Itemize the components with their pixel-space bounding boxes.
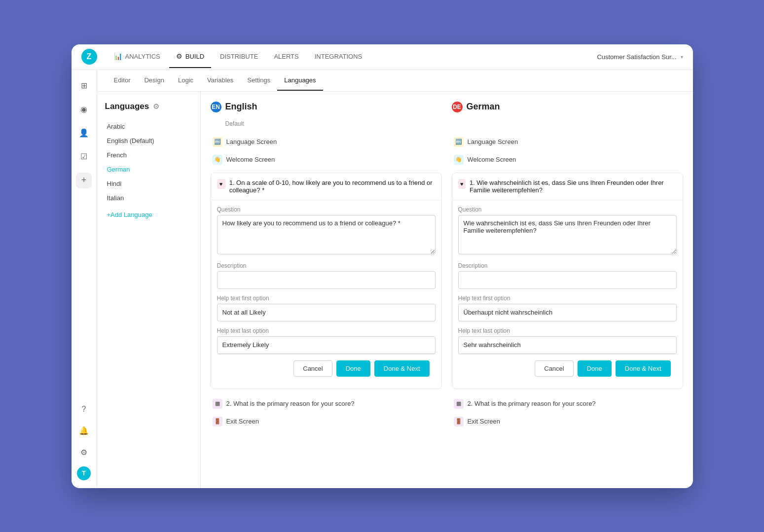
tab-editor[interactable]: Editor bbox=[107, 71, 138, 91]
lang-item-hindi[interactable]: Hindi bbox=[105, 177, 192, 191]
tab-alerts[interactable]: ALERTS bbox=[267, 46, 305, 68]
main-wrapper: Languages ⚙ Arabic English (Default) Fre… bbox=[97, 92, 693, 488]
german-question2[interactable]: ▦ 2. What is the primary reason for your… bbox=[452, 395, 683, 413]
de-done-next-button[interactable]: Done & Next bbox=[616, 360, 671, 377]
de-help-last-label: Help text last option bbox=[458, 327, 677, 334]
tab-languages[interactable]: Languages bbox=[277, 71, 323, 91]
en-help-last-label: Help text last option bbox=[217, 327, 436, 334]
de-exit-screen-icon: 🚪 bbox=[454, 417, 464, 426]
face-icon[interactable]: ◉ bbox=[76, 102, 92, 117]
de-description-input[interactable] bbox=[458, 271, 677, 289]
welcome-screen-label: Welcome Screen bbox=[226, 156, 275, 163]
lang-item-french[interactable]: French bbox=[105, 148, 192, 162]
add-icon[interactable]: + bbox=[76, 173, 92, 188]
welcome-screen-icon: 👋 bbox=[213, 155, 222, 165]
add-language-button[interactable]: +Add Language bbox=[105, 209, 192, 220]
english-exit-screen[interactable]: 🚪 Exit Screen bbox=[211, 413, 442, 430]
de-cancel-button[interactable]: Cancel bbox=[535, 360, 573, 377]
checkbox-icon[interactable]: ☑ bbox=[76, 149, 92, 165]
person-icon[interactable]: 👤 bbox=[76, 125, 92, 141]
survey-title: Customer Satisfaction Sur... bbox=[597, 53, 676, 61]
tab-integrations[interactable]: INTEGRATIONS bbox=[308, 46, 369, 68]
english-flag: EN bbox=[211, 102, 221, 112]
chevron-down-icon[interactable]: ▾ bbox=[681, 54, 683, 60]
english-language-screen[interactable]: 🔤 Language Screen bbox=[211, 133, 442, 151]
lang-item-arabic[interactable]: Arabic bbox=[105, 119, 192, 134]
nav-tabs: 📊 ANALYTICS ⚙ BUILD DISTRIBUTE ALERTS IN… bbox=[107, 45, 597, 68]
en-done-button[interactable]: Done bbox=[336, 360, 370, 377]
question1-icon: ♥ bbox=[217, 179, 225, 189]
english-title: English bbox=[225, 102, 257, 112]
tab-analytics[interactable]: 📊 ANALYTICS bbox=[107, 45, 167, 68]
tab-settings[interactable]: Settings bbox=[240, 71, 277, 91]
tab-build[interactable]: ⚙ BUILD bbox=[169, 45, 211, 68]
de-description-label: Description bbox=[458, 262, 677, 269]
language-screen-icon: 🔤 bbox=[213, 137, 222, 147]
right-section: Editor Design Logic Variables Settings L… bbox=[97, 70, 693, 488]
english-question2[interactable]: ▦ 2. What is the primary reason for your… bbox=[211, 395, 442, 413]
german-flag: DE bbox=[452, 102, 463, 112]
tab-analytics-label: ANALYTICS bbox=[125, 53, 160, 60]
app-logo[interactable]: Z bbox=[81, 49, 97, 65]
question2-icon: ▦ bbox=[213, 399, 222, 409]
en-action-row: Cancel Done Done & Next bbox=[217, 354, 436, 383]
german-language-screen[interactable]: 🔤 Language Screen bbox=[452, 133, 683, 151]
lang-item-english[interactable]: English (Default) bbox=[105, 134, 192, 148]
tab-variables[interactable]: Variables bbox=[200, 71, 240, 91]
de-help-last-input[interactable] bbox=[458, 336, 677, 354]
tab-design[interactable]: Design bbox=[137, 71, 171, 91]
english-question1-text: 1. On a scale of 0-10, how likely are yo… bbox=[229, 179, 436, 194]
en-question-textarea[interactable] bbox=[217, 215, 436, 254]
german-question1-block: ♥ 1. Wie wahrscheinlich ist es, dass Sie… bbox=[452, 173, 683, 389]
tab-build-label: BUILD bbox=[185, 53, 204, 60]
german-exit-screen[interactable]: 🚪 Exit Screen bbox=[452, 413, 683, 430]
lang-item-german[interactable]: German bbox=[105, 162, 192, 177]
languages-settings-icon[interactable]: ⚙ bbox=[153, 102, 159, 111]
english-column-header: EN English bbox=[211, 102, 442, 112]
english-question2-text: 2. What is the primary reason for your s… bbox=[226, 400, 355, 407]
build-icon: ⚙ bbox=[176, 52, 182, 60]
sub-nav: Editor Design Logic Variables Settings L… bbox=[97, 70, 693, 92]
survey-title-area: Customer Satisfaction Sur... ▾ bbox=[597, 53, 683, 61]
de-welcome-screen-icon: 👋 bbox=[454, 155, 464, 165]
de-action-row: Cancel Done Done & Next bbox=[458, 354, 677, 383]
lang-item-italian[interactable]: Italian bbox=[105, 191, 192, 205]
de-question-label: Question bbox=[458, 206, 677, 213]
analytics-icon: 📊 bbox=[114, 52, 122, 60]
de-question1-icon: ♥ bbox=[458, 179, 466, 189]
german-question2-text: 2. What is the primary reason for your s… bbox=[468, 400, 596, 407]
language-screen-label: Language Screen bbox=[226, 138, 277, 145]
en-question-label: Question bbox=[217, 206, 436, 213]
german-question1-header[interactable]: ♥ 1. Wie wahrscheinlich ist es, dass Sie… bbox=[452, 173, 683, 200]
en-description-label: Description bbox=[217, 262, 436, 269]
de-question-textarea[interactable] bbox=[458, 215, 677, 254]
de-done-button[interactable]: Done bbox=[578, 360, 612, 377]
english-question1-body: Question Description Help text first opt… bbox=[211, 200, 441, 389]
english-question1-header[interactable]: ♥ 1. On a scale of 0-10, how likely are … bbox=[211, 173, 441, 200]
en-help-last-input[interactable] bbox=[217, 336, 436, 354]
top-nav: Z 📊 ANALYTICS ⚙ BUILD DISTRIBUTE ALERTS … bbox=[72, 44, 693, 70]
german-welcome-screen[interactable]: 👋 Welcome Screen bbox=[452, 151, 683, 169]
english-question1-block: ♥ 1. On a scale of 0-10, how likely are … bbox=[211, 173, 442, 389]
exit-screen-icon: 🚪 bbox=[213, 417, 222, 426]
english-subtitle: Default bbox=[225, 120, 442, 127]
bell-icon[interactable]: 🔔 bbox=[76, 423, 92, 439]
content-area: ⊞ ◉ 👤 ☑ + ? 🔔 ⚙ T Editor Design Logic Va… bbox=[72, 70, 693, 488]
english-welcome-screen[interactable]: 👋 Welcome Screen bbox=[211, 151, 442, 169]
languages-panel: Languages ⚙ Arabic English (Default) Fre… bbox=[97, 92, 201, 488]
de-help-first-input[interactable] bbox=[458, 304, 677, 321]
de-welcome-screen-label: Welcome Screen bbox=[468, 156, 516, 163]
help-icon[interactable]: ? bbox=[76, 401, 92, 417]
en-description-input[interactable] bbox=[217, 271, 436, 289]
tab-logic[interactable]: Logic bbox=[171, 71, 200, 91]
grid-icon[interactable]: ⊞ bbox=[76, 78, 92, 94]
app-container: Z 📊 ANALYTICS ⚙ BUILD DISTRIBUTE ALERTS … bbox=[72, 44, 693, 488]
en-done-next-button[interactable]: Done & Next bbox=[374, 360, 430, 377]
en-help-first-input[interactable] bbox=[217, 304, 436, 321]
avatar[interactable]: T bbox=[77, 466, 91, 480]
en-cancel-button[interactable]: Cancel bbox=[293, 360, 332, 377]
de-question2-icon: ▦ bbox=[454, 399, 464, 409]
settings-icon[interactable]: ⚙ bbox=[76, 445, 92, 461]
german-question1-body: Question Description Help text first opt… bbox=[452, 200, 683, 389]
tab-distribute[interactable]: DISTRIBUTE bbox=[213, 46, 265, 68]
